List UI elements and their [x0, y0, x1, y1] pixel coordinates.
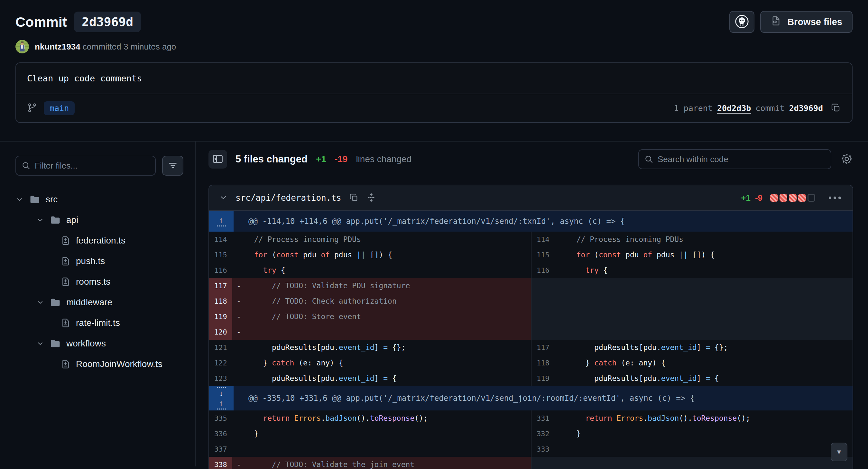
- tree-item-middleware[interactable]: middleware: [16, 292, 183, 313]
- line-number[interactable]: 120: [209, 324, 232, 340]
- line-number[interactable]: 336: [209, 426, 232, 441]
- file-path[interactable]: src/api/federation.ts: [236, 193, 341, 202]
- code-text: // TODO: Check authorization: [245, 293, 531, 309]
- code-text: [567, 441, 852, 457]
- line-number[interactable]: 117: [531, 340, 555, 355]
- line-number[interactable]: 119: [531, 371, 555, 386]
- avatar[interactable]: [16, 40, 29, 53]
- line-number[interactable]: 118: [531, 355, 555, 371]
- tree-item-rate-limit-ts[interactable]: rate-limit.ts: [16, 313, 183, 333]
- tree-item-RoomJoinWorkflow-ts[interactable]: RoomJoinWorkflow.ts: [16, 354, 183, 374]
- page-title: Commit: [16, 14, 67, 30]
- diff-file-icon: [60, 277, 71, 287]
- total-deletions: -19: [335, 154, 347, 164]
- line-number[interactable]: 115: [531, 247, 555, 262]
- diff-marker: [232, 231, 245, 247]
- diff-line: 119 pduResults[pdu.event_id] = {: [531, 371, 852, 386]
- line-number[interactable]: 116: [531, 262, 555, 278]
- tree-item-label: federation.ts: [76, 236, 125, 246]
- search-code-input[interactable]: [638, 149, 831, 169]
- code-file-icon: [771, 15, 781, 29]
- folder-icon: [50, 296, 61, 308]
- copy-path-button[interactable]: [349, 193, 359, 203]
- code-text: } catch (e: any) {: [245, 355, 531, 371]
- line-number[interactable]: 123: [209, 371, 232, 386]
- kebab-dot: [838, 196, 841, 199]
- diff-marker: [555, 441, 567, 457]
- tree-item-workflows[interactable]: workflows: [16, 333, 183, 354]
- commit-hash-chip: 2d3969d: [74, 11, 141, 32]
- tree-item-label: rate-limit.ts: [76, 318, 120, 328]
- app-logo-button[interactable]: [729, 11, 754, 33]
- parent-hash-link[interactable]: 20d2d3b: [717, 103, 751, 113]
- branch-chip[interactable]: main: [44, 101, 75, 115]
- folder-icon: [50, 338, 61, 349]
- page-header: Commit 2d3969d Browse files nkuntz1934 c…: [0, 11, 868, 123]
- line-number[interactable]: 116: [209, 262, 232, 278]
- line-number[interactable]: 114: [531, 231, 555, 247]
- expand-up-button[interactable]: ↑: [209, 211, 234, 231]
- browse-files-button[interactable]: Browse files: [760, 11, 852, 33]
- files-changed-title: 5 files changed: [236, 153, 308, 165]
- diff-empty-placeholder: [531, 278, 852, 340]
- diff-line: 331 return Errors.badJson().toResponse()…: [531, 410, 852, 426]
- expand-down-button[interactable]: ↓: [209, 386, 234, 398]
- tree-item-federation-ts[interactable]: federation.ts: [16, 230, 183, 251]
- folder-icon: [29, 194, 40, 205]
- code-text: }: [567, 426, 852, 441]
- line-number[interactable]: 119: [209, 309, 232, 324]
- line-number[interactable]: 333: [531, 441, 555, 457]
- code-text: pduResults[pdu.event_id] = {};: [567, 340, 852, 355]
- line-number[interactable]: 121: [209, 340, 232, 355]
- tree-item-api[interactable]: api: [16, 210, 183, 230]
- tree-item-push-ts[interactable]: push.ts: [16, 251, 183, 272]
- diff-line: 117 pduResults[pdu.event_id] = {};: [531, 340, 852, 355]
- line-number[interactable]: 335: [209, 410, 232, 426]
- filter-files-input[interactable]: [16, 156, 156, 176]
- kebab-dot: [834, 196, 836, 199]
- dotted-line: [217, 387, 226, 388]
- scroll-down-button[interactable]: ▼: [831, 443, 847, 461]
- browse-files-label: Browse files: [787, 17, 842, 27]
- line-number[interactable]: 118: [209, 293, 232, 309]
- diff-marker: -: [232, 309, 245, 324]
- copy-icon: [831, 103, 841, 114]
- line-number[interactable]: 338: [209, 457, 232, 469]
- diff-line: 338- // TODO: Validate the join event: [209, 457, 531, 469]
- diff-line: 118- // TODO: Check authorization: [209, 293, 531, 309]
- settings-button[interactable]: [840, 153, 853, 166]
- commit-author[interactable]: nkuntz1934: [35, 42, 81, 52]
- diff-line: 336 }: [209, 426, 531, 441]
- code-text: // TODO: Validate the join event: [245, 457, 531, 469]
- line-number[interactable]: 332: [531, 426, 555, 441]
- diff-marker: [232, 426, 245, 441]
- commit-hash-full: 2d3969d: [789, 103, 823, 113]
- tree-item-rooms-ts[interactable]: rooms.ts: [16, 272, 183, 292]
- tree-item-src[interactable]: src: [16, 189, 183, 210]
- expand-all-button[interactable]: [366, 193, 376, 203]
- tree-item-label: RoomJoinWorkflow.ts: [76, 359, 162, 369]
- collapse-file-button[interactable]: [219, 193, 228, 203]
- line-number[interactable]: 115: [209, 247, 232, 262]
- line-number[interactable]: 117: [209, 278, 232, 293]
- line-number[interactable]: 331: [531, 410, 555, 426]
- diff-line: 121 pduResults[pdu.event_id] = {};: [209, 340, 531, 355]
- diff-marker: [232, 340, 245, 355]
- chevron-down-icon: [16, 195, 24, 203]
- diff-marker: -: [232, 293, 245, 309]
- copy-commit-button[interactable]: [831, 103, 841, 114]
- line-number[interactable]: 337: [209, 441, 232, 457]
- expand-up-button[interactable]: ↑: [209, 398, 234, 410]
- file-deletions: -9: [755, 193, 763, 203]
- filter-button[interactable]: [162, 156, 183, 176]
- toggle-sidebar-button[interactable]: [209, 150, 227, 168]
- code-text: return Errors.badJson().toResponse();: [567, 410, 852, 426]
- code-text: pduResults[pdu.event_id] = {};: [245, 340, 531, 355]
- file-options-button[interactable]: [827, 195, 843, 201]
- folder-icon: [50, 214, 61, 226]
- line-number[interactable]: 114: [209, 231, 232, 247]
- line-number[interactable]: 122: [209, 355, 232, 371]
- unfold-arrows-icon: [366, 193, 376, 203]
- hunk-gutter: ↑: [209, 211, 234, 231]
- diff-marker: [555, 340, 567, 355]
